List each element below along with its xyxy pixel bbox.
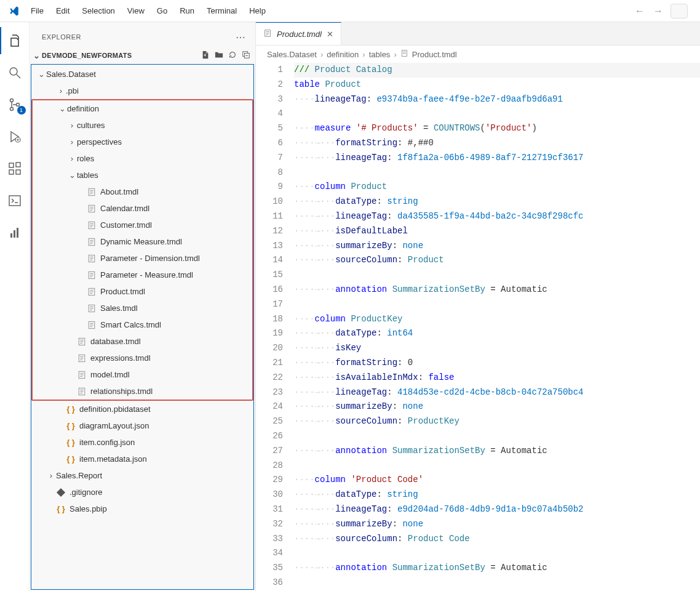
nav-forward-icon[interactable]: → xyxy=(652,6,664,17)
tree-row[interactable]: ›roles xyxy=(33,150,252,167)
new-file-icon[interactable] xyxy=(201,50,210,60)
code-line[interactable]: ····→···formatString: #,##0 xyxy=(294,136,700,151)
tree-row[interactable]: Customer.tmdl xyxy=(33,217,252,233)
code-line[interactable]: ····→···summarizeBy: none xyxy=(294,400,700,414)
menu-help[interactable]: Help xyxy=(244,4,271,18)
tree-row[interactable]: .gitignore xyxy=(31,484,253,501)
command-center-search[interactable] xyxy=(670,4,688,18)
svg-rect-11 xyxy=(10,233,12,238)
tree-row[interactable]: ⌄Sales.Dataset xyxy=(31,66,253,82)
code-line[interactable]: ····→···formatString: 0 xyxy=(294,356,700,371)
tree-row[interactable]: About.tmdl xyxy=(33,183,252,200)
extensions-activity-icon[interactable] xyxy=(0,155,30,182)
code-line[interactable]: ····→···dataType: int64 xyxy=(294,326,700,341)
code-line[interactable] xyxy=(294,268,700,283)
menu-run[interactable]: Run xyxy=(175,4,199,18)
code-line[interactable]: ····→···lineageTag: da435585-1f9a-44bd-b… xyxy=(294,209,700,224)
code-content[interactable]: /// Product Catalogtable Product····line… xyxy=(294,63,700,591)
code-line[interactable]: ····→···dataType: string xyxy=(294,195,700,209)
code-line[interactable]: ····→···lineageTag: e9d204ad-76d8-4db9-9… xyxy=(294,502,700,517)
tree-row[interactable]: Smart Calcs.tmdl xyxy=(33,316,252,333)
menu-edit[interactable]: Edit xyxy=(51,4,74,18)
code-line[interactable]: ····→···isKey xyxy=(294,341,700,356)
search-activity-icon[interactable] xyxy=(0,59,30,86)
tree-row[interactable]: expressions.tmdl xyxy=(33,350,252,366)
file-label: Product.tmdl xyxy=(100,287,145,296)
tree-row[interactable]: relationships.tmdl xyxy=(33,383,252,400)
tree-row[interactable]: model.tmdl xyxy=(33,366,252,383)
code-line[interactable] xyxy=(294,546,700,561)
code-line[interactable] xyxy=(294,297,700,312)
menu-file[interactable]: File xyxy=(26,4,49,18)
code-line[interactable] xyxy=(294,429,700,444)
code-line[interactable]: ····→···lineageTag: 1f8f1a2a-06b6-4989-8… xyxy=(294,151,700,166)
code-line[interactable] xyxy=(294,166,700,180)
new-folder-icon[interactable] xyxy=(215,50,223,60)
run-debug-activity-icon[interactable] xyxy=(0,123,30,150)
tree-row[interactable]: { }Sales.pbip xyxy=(31,501,253,517)
code-line[interactable]: ····→···sourceColumn: Product Code xyxy=(294,532,700,547)
terminal-activity-icon[interactable] xyxy=(0,187,30,214)
tree-row[interactable]: ›cultures xyxy=(33,117,252,134)
menu-view[interactable]: View xyxy=(122,4,149,18)
code-line[interactable] xyxy=(294,459,700,473)
tree-row[interactable]: database.tmdl xyxy=(33,333,252,350)
code-line[interactable]: ····measure '# Products' = COUNTROWS('Pr… xyxy=(294,121,700,136)
tree-row[interactable]: { }item.config.json xyxy=(31,434,253,451)
code-line[interactable]: ····→···sourceColumn: ProductKey xyxy=(294,414,700,429)
nav-back-icon[interactable]: ← xyxy=(634,6,646,17)
code-line[interactable]: ····→···annotation SummarizationSetBy = … xyxy=(294,283,700,297)
menu-terminal[interactable]: Terminal xyxy=(202,4,242,18)
code-line[interactable]: ····→···sourceColumn: Product xyxy=(294,253,700,268)
tree-row[interactable]: ›perspectives xyxy=(33,134,252,150)
source-control-activity-icon[interactable]: 1 xyxy=(0,91,30,118)
code-line[interactable]: ····→···annotation SummarizationSetBy = … xyxy=(294,444,700,459)
code-line[interactable]: ····→···lineageTag: 4184d53e-cd2d-4cbe-b… xyxy=(294,385,700,400)
editor-tab[interactable]: Product.tmdl ✕ xyxy=(256,22,341,45)
code-line[interactable] xyxy=(294,107,700,121)
code-line[interactable]: ····→···isAvailableInMdx: false xyxy=(294,371,700,385)
code-line[interactable]: ····column Product xyxy=(294,180,700,195)
tree-row[interactable]: ›.pbi xyxy=(31,82,253,99)
tree-row[interactable]: Product.tmdl xyxy=(33,283,252,300)
powerbi-activity-icon[interactable] xyxy=(0,219,30,246)
code-line[interactable]: ····→···annotation SummarizationSetBy = … xyxy=(294,561,700,576)
breadcrumb-segment[interactable]: Product.tmdl xyxy=(412,50,457,59)
code-line[interactable]: ····column ProductKey xyxy=(294,312,700,327)
project-header[interactable]: ⌄ DEVMODE_NEWFORMATS xyxy=(30,47,255,64)
breadcrumb[interactable]: Sales.Dataset›definition›tables›Product.… xyxy=(256,46,700,63)
breadcrumb-segment[interactable]: tables xyxy=(369,50,391,59)
explorer-activity-icon[interactable] xyxy=(0,27,30,54)
file-label: diagramLayout.json xyxy=(79,421,149,430)
code-line[interactable]: ····lineageTag: e9374b9a-faee-4f9e-b2e7-… xyxy=(294,92,700,107)
tree-row[interactable]: { }item.metadata.json xyxy=(31,451,253,467)
tree-row[interactable]: Dynamic Measure.tmdl xyxy=(33,233,252,250)
tree-row[interactable]: ⌄definition xyxy=(33,100,252,117)
tree-row[interactable]: Parameter - Measure.tmdl xyxy=(33,267,252,283)
breadcrumb-segment[interactable]: Sales.Dataset xyxy=(267,50,317,59)
menu-selection[interactable]: Selection xyxy=(77,4,119,18)
svg-rect-6 xyxy=(9,163,14,167)
code-line[interactable]: ····→···summarizeBy: none xyxy=(294,239,700,254)
tree-row[interactable]: { }diagramLayout.json xyxy=(31,417,253,434)
code-line[interactable]: ····→···isDefaultLabel xyxy=(294,224,700,239)
refresh-icon[interactable] xyxy=(228,50,237,60)
tree-row[interactable]: { }definition.pbidataset xyxy=(31,401,253,417)
code-line[interactable]: table Product xyxy=(294,78,700,92)
tree-row[interactable]: Parameter - Dimension.tmdl xyxy=(33,250,252,267)
svg-point-2 xyxy=(10,99,13,102)
breadcrumb-segment[interactable]: definition xyxy=(327,50,359,59)
tree-row[interactable]: ›Sales.Report xyxy=(31,467,253,484)
code-line[interactable] xyxy=(294,576,700,590)
tree-row[interactable]: Sales.tmdl xyxy=(33,300,252,316)
tree-row[interactable]: Calendar.tmdl xyxy=(33,200,252,217)
sidebar-more-icon[interactable]: ⋯ xyxy=(236,31,245,43)
menu-go[interactable]: Go xyxy=(152,4,172,18)
code-line[interactable]: ····→···dataType: string xyxy=(294,488,700,502)
code-line[interactable]: /// Product Catalog xyxy=(294,63,700,78)
code-line[interactable]: ····column 'Product Code' xyxy=(294,473,700,488)
code-line[interactable]: ····→···summarizeBy: none xyxy=(294,517,700,532)
collapse-all-icon[interactable] xyxy=(242,50,250,60)
tree-row[interactable]: ⌄tables xyxy=(33,167,252,183)
close-tab-icon[interactable]: ✕ xyxy=(327,30,333,39)
